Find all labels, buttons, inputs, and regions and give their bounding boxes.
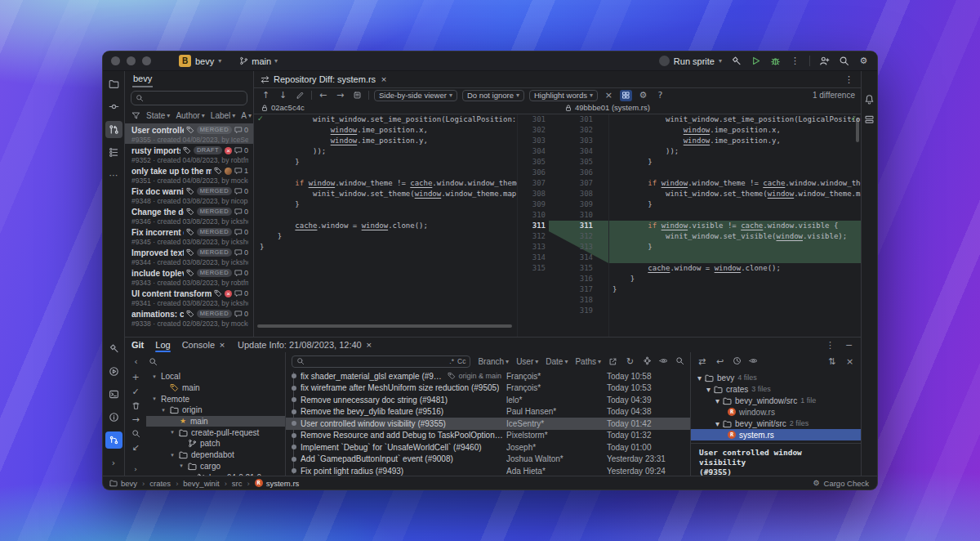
close-icon[interactable]: × <box>844 356 855 367</box>
breadcrumb-item[interactable]: src <box>232 479 243 488</box>
git-tool-tool-button[interactable] <box>105 431 122 449</box>
branch-widget[interactable]: main ▾ <box>239 56 278 66</box>
help-button[interactable]: ? <box>654 90 666 101</box>
file-tree-item[interactable]: ▾bevy4 files <box>691 372 861 383</box>
graph-icon[interactable] <box>643 356 652 365</box>
pr-list-item[interactable]: animations: con...MERGED0#9338 · created… <box>125 307 253 328</box>
commit-row[interactable]: User controlled window visibility (#9355… <box>286 418 690 430</box>
window-minimize-button[interactable] <box>127 56 136 65</box>
chevron-left-icon[interactable]: ‹ <box>131 356 141 367</box>
editor-tab-title[interactable]: Repository Diff: system.rs <box>274 74 376 84</box>
pull-requests-tab[interactable]: bevy <box>125 71 253 88</box>
check-icon[interactable]: ✓ <box>131 387 141 397</box>
pr-list-item[interactable]: rusty imports ...DRAFT×0#9352 · created … <box>125 144 253 164</box>
structure-tool-button[interactable] <box>105 144 122 161</box>
breadcrumb-file[interactable]: Rsystem.rs <box>255 479 300 488</box>
commit-row[interactable]: Remove Resource and add Debug to TaskPoo… <box>286 430 690 442</box>
notifications-bell-icon[interactable] <box>864 94 875 105</box>
chevron-down-icon[interactable]: ▾ <box>715 396 719 405</box>
breadcrumb-item[interactable]: bevy_winit <box>183 479 219 488</box>
chevron-down-icon[interactable]: ▾ <box>697 373 702 382</box>
search-icon[interactable] <box>675 356 684 365</box>
chevron-down-icon[interactable]: ▾ <box>160 407 167 414</box>
debug-bug-icon[interactable] <box>770 56 781 66</box>
pr-list-item[interactable]: only take up to the m...1#9351 · created… <box>125 164 253 185</box>
search-icon[interactable] <box>131 429 140 438</box>
commit-row[interactable]: Add `GamepadButtonInput` event (#9008)Jo… <box>286 454 690 466</box>
plus-icon[interactable]: + <box>131 372 141 382</box>
branch-tree-item[interactable]: ▾origin <box>146 405 285 416</box>
git-tab-update info[interactable]: Update Info: 21/08/2023, 12:40× <box>238 338 373 352</box>
branch-tree-item[interactable]: ★main <box>146 416 285 427</box>
commit-row[interactable]: Fix point light radius (#9493)Ada Hieta*… <box>286 465 690 476</box>
grid-button[interactable] <box>620 90 632 101</box>
branch-tree-item[interactable]: ▾Remote <box>146 393 285 405</box>
trash-icon[interactable] <box>131 401 140 410</box>
chevron-down-icon[interactable]: ▾ <box>169 452 176 458</box>
commit-row[interactable]: Remove the bevy_dylib feature (#9516)Pau… <box>286 406 690 418</box>
commit-search-input[interactable]: .* Cc <box>292 355 470 368</box>
file-tree-item[interactable]: ▾crates3 files <box>691 383 861 395</box>
pencil-button[interactable] <box>294 90 306 101</box>
diff-editor[interactable]: ✓ winit_window.set_ime_position(LogicalP… <box>254 114 861 337</box>
more-tool-button[interactable]: ⋯ <box>105 167 122 184</box>
chevron-right-tool-button[interactable]: › <box>105 454 122 472</box>
undo-icon[interactable]: ↩ <box>715 356 725 367</box>
tab-options-kebab-icon[interactable]: ⋮ <box>844 74 854 85</box>
project-widget[interactable]: B bevy ▾ <box>179 55 221 67</box>
file-tree-item[interactable]: Rwindow.rs <box>691 406 861 418</box>
git-tab-console[interactable]: Console× <box>182 338 226 352</box>
chevron-down-icon[interactable]: ▾ <box>151 373 158 380</box>
commit-tool-button[interactable] <box>105 98 122 115</box>
chevron-down-icon[interactable]: ▾ <box>169 429 176 436</box>
refresh-icon[interactable]: ↻ <box>625 356 635 367</box>
tab-close-icon[interactable]: × <box>380 75 388 83</box>
compare-icon[interactable]: ⇄ <box>697 356 707 367</box>
pr-list-item[interactable]: include toplevel...MERGED0#9343 · create… <box>125 266 253 287</box>
log-filter-user[interactable]: User▾ <box>516 357 538 366</box>
chevron-down-icon[interactable]: ▾ <box>715 419 719 428</box>
open-in-new-icon[interactable] <box>608 357 617 366</box>
log-filter-paths[interactable]: Paths▾ <box>575 357 601 366</box>
status-right[interactable]: ⚙ Cargo Check <box>813 479 869 488</box>
branch-tree-item[interactable]: ▾dependabot <box>146 449 285 461</box>
kebab-menu-icon[interactable]: ⋮ <box>825 340 835 351</box>
funnel-icon[interactable] <box>131 111 140 120</box>
filebox-button[interactable] <box>351 90 363 101</box>
branch-tree-item[interactable]: ▾cargo <box>146 461 285 472</box>
log-filter-date[interactable]: Date▾ <box>546 357 568 366</box>
hide-panel-icon[interactable]: ─ <box>844 340 854 351</box>
add-person-icon[interactable] <box>819 56 830 66</box>
branch-tree-item[interactable]: ▾create-pull-request <box>146 427 285 438</box>
chevron-down-icon[interactable]: ▾ <box>178 463 185 469</box>
git-tab-log[interactable]: Log <box>155 338 170 352</box>
diff-dropdown-1[interactable]: Do not ignore▾ <box>462 90 524 101</box>
diff-dropdown-2[interactable]: Highlight words▾ <box>529 90 598 101</box>
commit-row[interactable]: Remove unnecessary doc string (#9481)lel… <box>286 394 690 406</box>
arrow-right-button[interactable]: → <box>334 90 346 101</box>
eye-icon[interactable] <box>659 356 668 365</box>
layers-icon[interactable] <box>864 114 875 125</box>
arrow-up-button[interactable]: ↑ <box>260 90 272 101</box>
window-zoom-button[interactable] <box>142 56 151 65</box>
pr-list-item[interactable]: Change the def...MERGED0#9346 · created … <box>125 205 253 226</box>
commit-row[interactable]: Implement `Debug` for `UnsafeWorldCell` … <box>286 441 690 454</box>
file-tree-item[interactable]: ▾bevy_window/src1 file <box>691 395 861 406</box>
diff-right-pane[interactable]: ✓ winit_window.set_ime_position(LogicalP… <box>609 114 861 337</box>
chevron-down-icon[interactable]: ▾ <box>151 396 158 402</box>
pr-list-item[interactable]: Improved text w...MERGED0#9344 · created… <box>125 246 253 266</box>
close-button[interactable]: × <box>603 90 615 101</box>
run-circle-tool-button[interactable] <box>105 363 122 380</box>
arrow-right-icon[interactable]: → <box>131 414 141 425</box>
commit-row[interactable]: fix shader_material_glsl example (#9513)… <box>286 370 690 382</box>
folder-tool-button[interactable] <box>105 75 122 92</box>
log-filter-branch[interactable]: Branch▾ <box>478 357 509 366</box>
chevron-right-icon[interactable]: › <box>131 465 140 473</box>
pr-filter-label[interactable]: Label▾ <box>211 111 235 120</box>
pr-list-item[interactable]: User controlled ...MERGED0#9355 · create… <box>125 123 253 144</box>
diff-dropdown-0[interactable]: Side-by-side viewer▾ <box>374 90 457 101</box>
pr-filter-a[interactable]: A▾ <box>241 111 252 120</box>
file-tree-item[interactable]: ▾bevy_winit/src2 files <box>691 418 861 429</box>
updown-icon[interactable]: ⇅ <box>826 356 837 367</box>
build-hammer-tool-button[interactable] <box>105 340 122 357</box>
